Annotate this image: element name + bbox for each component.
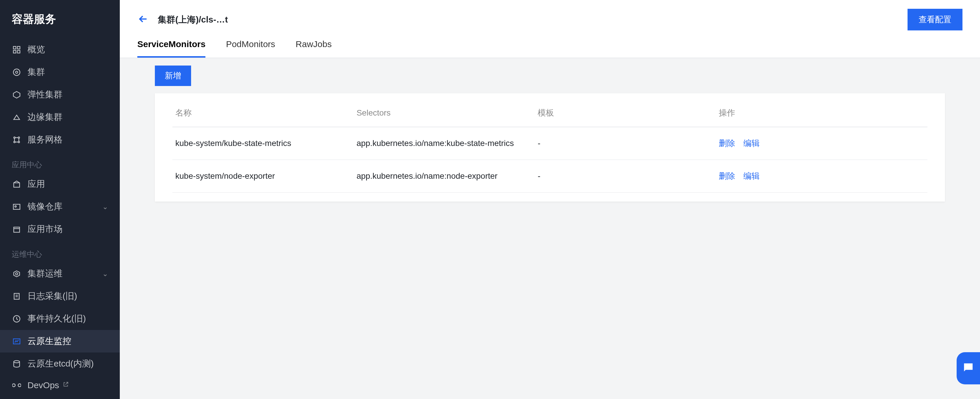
- ops-icon: [12, 269, 22, 279]
- svg-rect-14: [14, 227, 19, 232]
- sidebar-section-ops-center: 集群运维 ⌄ 日志采集(旧) 事件持久化(旧) 云原生监控 云原生etcd(内测…: [0, 262, 120, 396]
- service-monitors-table: 名称 Selectors 模板 操作 kube-system/kube-stat…: [172, 99, 928, 193]
- sidebar-item-label: 边缘集群: [27, 111, 62, 123]
- sidebar-item-cloud-native-monitor[interactable]: 云原生监控: [0, 330, 120, 353]
- sidebar-item-overview[interactable]: 概览: [0, 38, 120, 61]
- cell-name: kube-system/kube-state-metrics: [172, 127, 353, 160]
- sidebar-group-label-ops-center: 运维中心: [0, 241, 120, 262]
- svg-point-10: [18, 141, 19, 143]
- table-card: 名称 Selectors 模板 操作 kube-system/kube-stat…: [155, 93, 945, 201]
- sidebar-item-label: 日志采集(旧): [27, 290, 77, 302]
- sidebar-item-label: 云原生etcd(内测): [27, 358, 94, 370]
- app-icon: [12, 179, 22, 189]
- cell-actions: 删除 编辑: [716, 160, 928, 193]
- tabs: ServiceMonitors PodMonitors RawJobs: [120, 36, 980, 58]
- chat-fab-button[interactable]: [957, 352, 980, 385]
- sidebar-item-cluster-ops[interactable]: 集群运维 ⌄: [0, 262, 120, 285]
- sidebar-item-label: 集群运维: [27, 268, 62, 280]
- devops-icon: [12, 380, 22, 390]
- sidebar-item-label: 应用: [27, 178, 45, 190]
- svg-rect-3: [13, 50, 16, 53]
- market-icon: [12, 224, 22, 234]
- cluster-icon: [12, 90, 22, 100]
- svg-point-5: [16, 71, 18, 73]
- sidebar-item-cloud-native-etcd[interactable]: 云原生etcd(内测): [0, 353, 120, 375]
- cell-selectors: app.kubernetes.io/name:kube-state-metric…: [353, 127, 535, 160]
- sidebar-item-app[interactable]: 应用: [0, 173, 120, 195]
- cell-name: kube-system/node-exporter: [172, 160, 353, 193]
- mesh-icon: [12, 135, 22, 145]
- sidebar-item-image-repo[interactable]: 镜像仓库 ⌄: [0, 195, 120, 218]
- breadcrumb: 集群(上海)/cls-…t: [158, 14, 228, 26]
- svg-rect-0: [13, 46, 16, 49]
- sidebar-item-label: 镜像仓库: [27, 201, 62, 213]
- column-header-selectors: Selectors: [353, 99, 535, 127]
- svg-point-7: [14, 137, 15, 138]
- tab-raw-jobs[interactable]: RawJobs: [296, 39, 332, 57]
- chevron-down-icon: ⌄: [102, 270, 108, 278]
- tab-pod-monitors[interactable]: PodMonitors: [226, 39, 275, 57]
- column-header-actions: 操作: [716, 99, 928, 127]
- svg-point-13: [15, 206, 16, 207]
- sidebar-item-devops[interactable]: DevOps: [0, 375, 120, 396]
- chevron-down-icon: ⌄: [102, 203, 108, 211]
- svg-point-22: [14, 361, 19, 363]
- sidebar-item-event-persist[interactable]: 事件持久化(旧): [0, 308, 120, 330]
- topbar-left: 集群(上海)/cls-…t: [137, 13, 228, 26]
- log-icon: [12, 291, 22, 301]
- svg-point-16: [16, 273, 18, 275]
- sidebar-item-service-mesh[interactable]: 服务网格: [0, 128, 120, 151]
- sidebar-item-label: 弹性集群: [27, 89, 62, 101]
- svg-marker-6: [13, 91, 20, 98]
- cell-template: -: [535, 160, 716, 193]
- back-arrow-icon[interactable]: [137, 13, 149, 26]
- sidebar-group-label-app-center: 应用中心: [0, 151, 120, 173]
- view-config-button[interactable]: 查看配置: [908, 9, 963, 30]
- add-button[interactable]: 新增: [155, 65, 191, 86]
- main-content: 集群(上海)/cls-…t 查看配置 ServiceMonitors PodMo…: [120, 0, 980, 399]
- content-area: 新增 名称 Selectors 模板 操作 kube-system/kube-s…: [120, 58, 980, 399]
- sidebar-item-elastic-cluster[interactable]: 弹性集群: [0, 83, 120, 106]
- edit-link[interactable]: 编辑: [743, 171, 760, 180]
- table-row: kube-system/node-exporter app.kubernetes…: [172, 160, 928, 193]
- target-icon: [12, 67, 22, 77]
- etcd-icon: [12, 359, 22, 369]
- sidebar-item-cluster[interactable]: 集群: [0, 61, 120, 83]
- monitor-icon: [12, 337, 22, 346]
- table-row: kube-system/kube-state-metrics app.kuber…: [172, 127, 928, 160]
- sidebar-item-label: 事件持久化(旧): [27, 313, 86, 325]
- chat-icon: [962, 361, 975, 375]
- edit-link[interactable]: 编辑: [743, 139, 760, 148]
- event-icon: [12, 314, 22, 324]
- sidebar-item-app-market[interactable]: 应用市场: [0, 218, 120, 241]
- external-link-icon: [62, 381, 69, 389]
- sidebar: 容器服务 概览 集群 弹性集群 边缘集群 服务网格 应用中: [0, 0, 120, 399]
- sidebar-title: 容器服务: [0, 6, 120, 38]
- tab-service-monitors[interactable]: ServiceMonitors: [137, 39, 205, 57]
- topbar: 集群(上海)/cls-…t 查看配置: [120, 0, 980, 36]
- image-repo-icon: [12, 202, 22, 212]
- cell-actions: 删除 编辑: [716, 127, 928, 160]
- sidebar-item-label: 云原生监控: [27, 335, 71, 347]
- cell-template: -: [535, 127, 716, 160]
- sidebar-item-edge-cluster[interactable]: 边缘集群: [0, 106, 120, 128]
- sidebar-item-label: 应用市场: [27, 223, 62, 235]
- svg-point-8: [18, 137, 19, 138]
- sidebar-item-label: 集群: [27, 66, 45, 78]
- sidebar-item-log-collect[interactable]: 日志采集(旧): [0, 285, 120, 308]
- cell-selectors: app.kubernetes.io/name:node-exporter: [353, 160, 535, 193]
- sidebar-section-app-center: 应用 镜像仓库 ⌄ 应用市场: [0, 173, 120, 241]
- svg-point-4: [13, 69, 20, 75]
- sidebar-section-main: 概览 集群 弹性集群 边缘集群 服务网格: [0, 38, 120, 151]
- sidebar-item-label: DevOps: [27, 380, 59, 390]
- svg-rect-11: [14, 183, 19, 187]
- column-header-template: 模板: [535, 99, 716, 127]
- svg-rect-1: [18, 46, 20, 49]
- sidebar-item-label: 概览: [27, 43, 45, 56]
- svg-rect-2: [18, 50, 20, 53]
- delete-link[interactable]: 删除: [719, 139, 735, 148]
- delete-link[interactable]: 删除: [719, 171, 735, 180]
- grid-icon: [12, 45, 22, 55]
- sidebar-item-label: 服务网格: [27, 134, 62, 146]
- edge-icon: [12, 112, 22, 122]
